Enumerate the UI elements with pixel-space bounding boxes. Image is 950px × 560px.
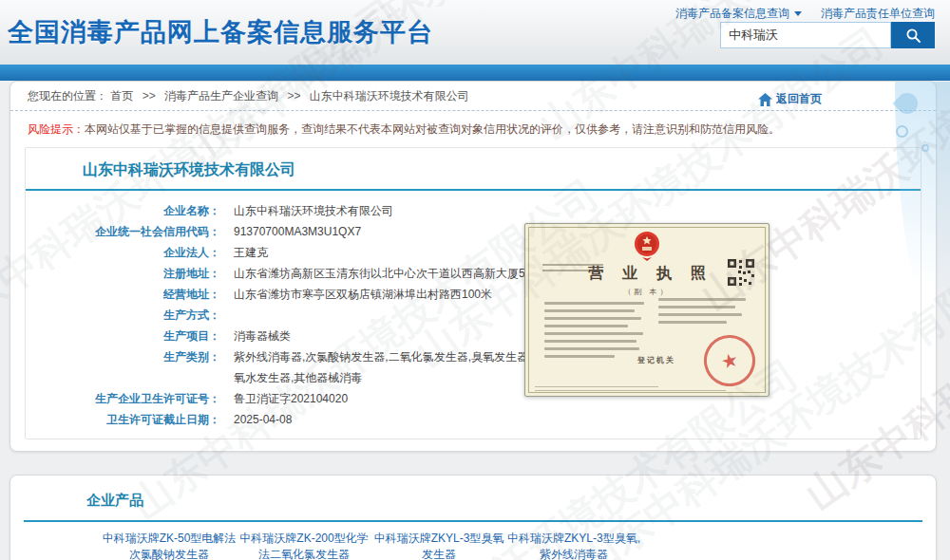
breadcrumb-prefix: 您现在的位置： [28, 89, 107, 103]
license-code-lines [542, 264, 609, 275]
field-row-production-project: 生产项目： 消毒器械类 [26, 326, 921, 346]
company-info-box: 山东中科瑞沃环境技术有限公司 企业名称： 山东中科瑞沃环境技术有限公司 企业统一… [25, 147, 922, 439]
field-row-hygiene-license-no: 生产企业卫生许可证号： 鲁卫消证字202104020 [26, 388, 921, 409]
header: 全国消毒产品网上备案信息服务平台 消毒产品备案信息查询 消毒产品责任单位查询 [0, 0, 950, 65]
section-divider [24, 520, 922, 522]
search-bar [720, 22, 935, 48]
field-label: 企业法人： [26, 242, 220, 263]
business-license-image: 营 业 执 照 （副 本） [524, 223, 770, 397]
breadcrumb-home-link[interactable]: 首页 [110, 89, 133, 103]
field-value: 91370700MA3M3U1QX7 [234, 221, 361, 242]
field-value: 消毒器械类 [234, 326, 291, 346]
field-value: 紫外线消毒器,次氯酸钠发生器,二氧化氯发生器,臭氧发生器、臭氧水发生器,其他器械… [234, 346, 561, 388]
breadcrumb-current: 山东中科瑞沃环境技术有限公司 [310, 89, 469, 103]
field-label: 企业统一社会信用代码： [26, 221, 220, 242]
field-row-production-method: 生产方式： [26, 305, 921, 326]
license-subtitle: （副 本） [525, 287, 769, 297]
products-panel: 企业产品 中科瑞沃牌ZK-50型电解法次氯酸钠发生器 中科瑞沃牌ZK-200型化… [10, 475, 937, 560]
product-link[interactable]: 中科瑞沃牌ZK-50型电解法次氯酸钠发生器 [102, 531, 237, 560]
field-value: 山东省潍坊高新区玉清东街以北中心次干道以西高新大厦502房间 [234, 263, 560, 284]
risk-notice-label: 风险提示： [28, 122, 85, 136]
field-row-company-name: 企业名称： 山东中科瑞沃环境技术有限公司 [26, 200, 921, 221]
product-link[interactable]: 中科瑞沃牌ZK-200型化学法二氧化氯发生器 [237, 531, 371, 560]
field-label: 生产企业卫生许可证号： [26, 388, 220, 409]
field-label: 企业名称： [26, 200, 220, 221]
field-row-credit-code: 企业统一社会信用代码： 91370700MA3M3U1QX7 [26, 221, 921, 242]
breadcrumb-separator: >> [142, 89, 156, 103]
field-row-registered-address: 注册地址： 山东省潍坊高新区玉清东街以北中心次干道以西高新大厦502房间 [26, 263, 921, 284]
field-value: 山东省潍坊市寒亭区双杨店镇湖淋埠出村路西100米 [234, 284, 492, 305]
field-label: 卫生许可证截止日期： [26, 409, 220, 430]
main-panel: 您现在的位置： 首页 >> 消毒产品生产企业查询 >> 山东中科瑞沃环境技术有限… [10, 81, 937, 452]
chevron-down-icon [794, 11, 802, 16]
header-divider-bar [0, 65, 950, 81]
field-label: 生产方式： [26, 305, 220, 326]
products-row: 中科瑞沃牌ZK-50型电解法次氯酸钠发生器 中科瑞沃牌ZK-200型化学法二氧化… [10, 531, 936, 560]
page: 山东中科瑞沃环境技术有限公司 山东中科瑞沃环境技术有限公司 山东中科瑞沃环境技术… [0, 0, 950, 560]
top-nav: 消毒产品备案信息查询 消毒产品责任单位查询 [675, 6, 935, 22]
products-title: 企业产品 [86, 492, 936, 510]
national-emblem-icon [633, 231, 661, 263]
risk-notice-text: 本网站仅基于已掌握的信息提供查询服务，查询结果不代表本网站对被查询对象信用状况的… [85, 122, 780, 136]
home-icon [758, 93, 772, 106]
breadcrumb-enterprise-query-link[interactable]: 消毒产品生产企业查询 [164, 89, 278, 103]
license-issuer-label: 登记机关 [637, 355, 675, 365]
field-row-license-expiry-date: 卫生许可证截止日期： 2025-04-08 [26, 409, 921, 430]
nav-record-info-query[interactable]: 消毒产品备案信息查询 [675, 6, 802, 22]
license-text-lines [544, 302, 644, 363]
breadcrumb-separator: >> [287, 89, 300, 103]
site-title: 全国消毒产品网上备案信息服务平台 [8, 15, 433, 49]
license-footer-lines [535, 383, 759, 391]
search-button[interactable] [891, 22, 935, 48]
product-link[interactable]: 中科瑞沃牌ZKYL-3型臭氧,紫外线消毒器 [506, 531, 641, 560]
field-value: 王建克 [234, 242, 268, 263]
field-value: 2025-04-08 [234, 409, 292, 430]
license-text-lines [658, 298, 746, 328]
field-label: 生产类别： [26, 346, 220, 388]
risk-notice: 风险提示：本网站仅基于已掌握的信息提供查询服务，查询结果不代表本网站对被查询对象… [10, 111, 936, 139]
breadcrumb: 您现在的位置： 首页 >> 消毒产品生产企业查询 >> 山东中科瑞沃环境技术有限… [10, 82, 936, 111]
back-home-link[interactable]: 返回首页 [758, 84, 822, 114]
field-label: 注册地址： [26, 263, 220, 284]
field-row-business-address: 经营地址： 山东省潍坊市寒亭区双杨店镇湖淋埠出村路西100米 [26, 284, 921, 305]
field-label: 经营地址： [26, 284, 220, 305]
field-row-legal-person: 企业法人： 王建克 [26, 242, 921, 263]
red-seal: ★ [698, 329, 760, 391]
field-value: 山东中科瑞沃环境技术有限公司 [234, 200, 393, 221]
section-divider [26, 189, 921, 191]
search-icon [905, 28, 922, 44]
nav-responsible-unit-query[interactable]: 消毒产品责任单位查询 [821, 6, 935, 22]
product-link[interactable]: 中科瑞沃牌ZKYL-3型臭氧发生器 [371, 531, 506, 560]
field-value: 鲁卫消证字202104020 [234, 388, 348, 409]
field-row-production-category: 生产类别： 紫外线消毒器,次氯酸钠发生器,二氧化氯发生器,臭氧发生器、臭氧水发生… [26, 346, 921, 388]
field-label: 生产项目： [26, 326, 220, 346]
company-title: 山东中科瑞沃环境技术有限公司 [83, 160, 921, 180]
qr-code [727, 258, 755, 287]
search-input[interactable] [720, 22, 891, 48]
